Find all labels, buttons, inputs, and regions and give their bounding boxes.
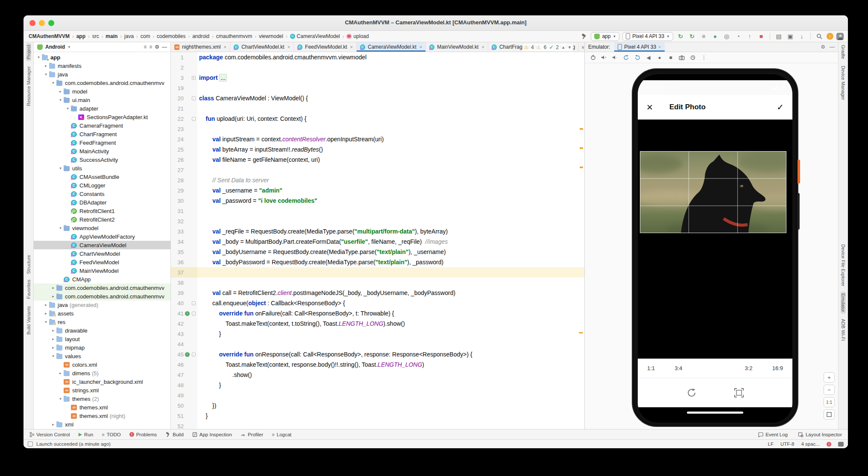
breadcrumb-item[interactable]: com <box>141 33 150 39</box>
attach-debugger-icon[interactable]: ◎ <box>722 32 731 41</box>
run-configuration-select[interactable]: app ▼ <box>591 32 619 41</box>
expand-all-icon[interactable]: ≡ <box>144 44 147 50</box>
tree-item-utils[interactable]: ▾utils <box>34 164 170 172</box>
fold-marker[interactable]: - <box>192 117 196 121</box>
toolwindow-app-inspection[interactable]: App Inspection <box>192 432 232 437</box>
phone-screen[interactable]: 4:31 ⚙ ▶ ✕ Edit Photo ✓ <box>638 74 792 423</box>
stop-icon[interactable]: ■ <box>757 32 765 41</box>
tool-stripe-adb-wifi[interactable]: ADB Wi-Fi <box>841 317 846 342</box>
tree-chevron-icon[interactable]: ▸ <box>57 371 64 375</box>
tree-chevron-icon[interactable]: ▾ <box>57 397 64 401</box>
tree-item-java[interactable]: ▸java (generated) <box>34 301 170 309</box>
code-line-1[interactable]: 1package com.codemobiles.android.cmauthe… <box>171 52 584 62</box>
breadcrumb-item[interactable]: CMAuthenMVVM <box>29 33 70 39</box>
code-line-21[interactable]: 21 <box>171 103 584 114</box>
tree-chevron-icon[interactable]: ▸ <box>50 422 56 426</box>
tree-item-xml[interactable]: ▸xml <box>34 420 170 429</box>
aspect-ratio-3-2[interactable]: 3:2 <box>745 365 752 371</box>
profiler-icon[interactable]: ◔ <box>734 32 742 41</box>
tree-item-colors-xml[interactable]: <>colors.xml <box>34 360 170 369</box>
tree-item-res[interactable]: ▾res <box>34 318 170 326</box>
tree-item-chartviewmodel[interactable]: CChartViewModel <box>34 249 170 258</box>
build-hammer-icon[interactable] <box>579 32 588 41</box>
code-line-32[interactable]: 32 <box>171 216 584 226</box>
zoom-in-button[interactable]: + <box>824 372 835 383</box>
rotate-left-icon[interactable] <box>622 53 631 62</box>
close-tab-icon[interactable]: × <box>224 44 226 50</box>
tool-stripe-build-variants[interactable]: Build Variants <box>26 304 31 336</box>
next-problem-icon[interactable]: ▼ <box>568 45 572 50</box>
home-indicator[interactable] <box>687 412 743 414</box>
rotate-right-icon[interactable] <box>633 53 642 62</box>
prev-problem-icon[interactable]: ▲ <box>561 45 565 50</box>
tree-chevron-icon[interactable]: ▸ <box>57 89 64 93</box>
breadcrumb-item[interactable]: java <box>124 33 134 39</box>
sync-notification-icon[interactable]: ↑ <box>827 33 833 40</box>
tree-item-com-codemobiles-android-cmauthenmvv[interactable]: ▾com.codemobiles.android.cmauthenmvv <box>34 79 170 87</box>
tree-item-chartfragment[interactable]: CChartFragment <box>34 130 170 138</box>
notifications-icon[interactable] <box>838 442 844 447</box>
aspect-ratio-1-1[interactable]: 1:1 <box>647 365 655 371</box>
breadcrumb-item[interactable]: app <box>76 33 85 39</box>
code-line-40[interactable]: 40- call.enqueue(object : Callback<Respo… <box>171 298 584 308</box>
search-everywhere-icon[interactable] <box>815 32 824 41</box>
rotate-icon[interactable] <box>686 387 697 398</box>
breadcrumb-item[interactable]: mupload <box>346 33 369 39</box>
code-line-3[interactable]: 3+import ... <box>171 73 584 83</box>
tree-item-mainviewmodel[interactable]: CMainViewModel <box>34 266 170 275</box>
tool-stripe-favorites[interactable]: Favorites <box>26 278 31 301</box>
fold-marker[interactable]: - <box>192 301 196 305</box>
tree-item-themes[interactable]: ▾themes (2) <box>34 394 170 403</box>
run-configurations-icon[interactable]: ≡ <box>699 32 708 41</box>
tree-item-com-codemobiles-android-cmauthenmvv[interactable]: ▸com.codemobiles.android.cmauthenmvv <box>34 283 170 292</box>
tab-feedviewmodel-kt[interactable]: CFeedViewModel.kt× <box>294 42 357 52</box>
tree-item-manifests[interactable]: ▸manifests <box>34 61 170 70</box>
code-line-28[interactable]: 28 // Sent Data to server <box>171 175 584 185</box>
close-tab-icon[interactable]: × <box>419 44 422 50</box>
tree-item-cmassetbundle[interactable]: CCMAssetBundle <box>34 172 170 181</box>
close-tab-icon[interactable]: × <box>481 44 484 50</box>
tree-item-model[interactable]: ▸model <box>34 87 170 96</box>
tree-item-strings-xml[interactable]: <>strings.xml <box>34 386 170 394</box>
breadcrumb-item[interactable]: src <box>92 33 99 39</box>
tree-chevron-icon[interactable]: ▾ <box>65 106 71 111</box>
breadcrumb-item[interactable]: viewmodel <box>259 33 283 39</box>
aspect-ratio-3-4[interactable]: 3:4 <box>674 365 682 371</box>
code-line-39[interactable]: 39 val call = RetrofitClient2.client.pos… <box>171 288 584 298</box>
toolwindow-build[interactable]: Build <box>165 432 184 437</box>
back-icon[interactable]: ◀ <box>644 53 653 62</box>
tree-item-retrofitclient1[interactable]: ORetrofitClient1 <box>34 207 170 215</box>
code-line-52[interactable]: 52 <box>171 421 584 429</box>
crop-expand-icon[interactable] <box>734 388 744 398</box>
code-line-23[interactable]: 23 <box>171 124 584 134</box>
tree-item-com-codemobiles-android-cmauthenmvv[interactable]: ▸com.codemobiles.android.cmauthenmvv <box>34 292 170 301</box>
chevron-down-icon[interactable]: ▼ <box>67 45 71 49</box>
layout-inspector-icon[interactable]: ▣ <box>786 32 795 41</box>
tree-item-java[interactable]: ▾java <box>34 70 170 79</box>
tool-stripe-gradle[interactable]: Gradle <box>841 43 846 61</box>
tab-mainviewmodel-kt[interactable]: CMainViewModel.kt× <box>426 42 488 52</box>
zoom-out-button[interactable]: − <box>824 385 835 395</box>
code-line-34[interactable]: 34 val _body = MultipartBody.Part.create… <box>171 237 584 247</box>
tree-chevron-icon[interactable]: ▾ <box>50 354 56 358</box>
tree-chevron-icon[interactable]: ▸ <box>50 345 56 350</box>
tree-item-dimens[interactable]: ▸dimens (5) <box>34 369 170 377</box>
code-line-48[interactable]: 48 } <box>171 380 584 390</box>
tree-item-cameraviewmodel[interactable]: CCameraViewModel <box>34 241 170 249</box>
code-line-35[interactable]: 35 val _bodyUsername = RequestBody.creat… <box>171 247 584 257</box>
avatar[interactable] <box>836 33 844 40</box>
zoom-reset-button[interactable]: 1:1 <box>824 397 835 407</box>
tree-chevron-icon[interactable]: ▾ <box>35 55 42 59</box>
close-icon[interactable]: × <box>658 44 661 50</box>
tree-item-camerafragment[interactable]: CCameraFragment <box>34 121 170 130</box>
apply-code-changes-icon[interactable]: ↑ <box>745 32 754 41</box>
tree-chevron-icon[interactable]: ▸ <box>50 337 56 341</box>
tree-item-themes-xml[interactable]: <>themes.xml (night) <box>34 412 170 420</box>
code-line-26[interactable]: 26 val fileName = getFileName(context, u… <box>171 155 584 165</box>
apply-changes-icon[interactable]: ↻ <box>688 32 696 41</box>
code-line-36[interactable]: 36 val _bodyPassword = RequestBody.creat… <box>171 257 584 267</box>
tab-night-themes-xml[interactable]: <>night/themes.xml× <box>171 42 230 52</box>
close-icon[interactable]: ✕ <box>646 102 653 112</box>
volume-up-icon[interactable]: + <box>599 53 609 62</box>
tool-stripe-resource-manager[interactable]: Resource Manager <box>26 64 31 108</box>
